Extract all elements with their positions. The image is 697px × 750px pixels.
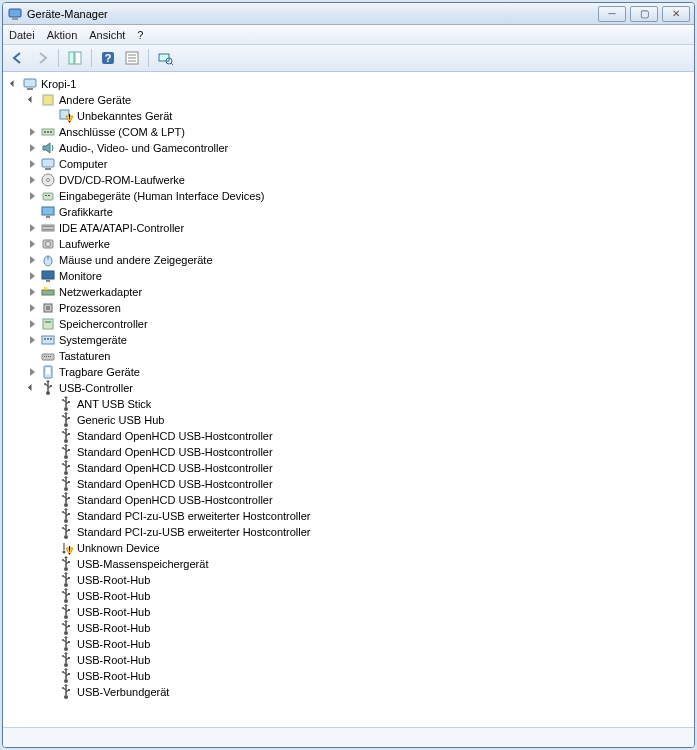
tree-node[interactable]: Generic USB Hub [5,412,692,428]
tree-node[interactable]: Grafikkarte [5,204,692,220]
expand-arrow-icon[interactable] [27,319,38,330]
tree-node[interactable]: USB-Root-Hub [5,652,692,668]
tree-node[interactable]: Unknown Device [5,540,692,556]
tree-spacer [45,639,56,650]
tree-node[interactable]: Standard PCI-zu-USB erweiterter Hostcont… [5,524,692,540]
tree-node-label: Standard OpenHCD USB-Hostcontroller [77,478,273,490]
device-tree[interactable]: Kropi-1Andere GeräteUnbekanntes GerätAns… [3,72,694,727]
expand-arrow-icon[interactable] [27,191,38,202]
tree-node[interactable]: Tastaturen [5,348,692,364]
expand-arrow-icon[interactable] [27,223,38,234]
usb-icon [58,652,74,668]
expand-arrow-icon[interactable] [27,271,38,282]
disk-icon [40,236,56,252]
tree-node[interactable]: Standard OpenHCD USB-Hostcontroller [5,428,692,444]
tree-node[interactable]: USB-Massenspeichergerät [5,556,692,572]
tree-node[interactable]: Kropi-1 [5,76,692,92]
usb-icon [58,556,74,572]
svg-rect-3 [75,52,81,64]
device-manager-window: Geräte-Manager ─ ▢ ✕ Datei Aktion Ansich… [2,2,695,748]
tree-node[interactable]: Standard OpenHCD USB-Hostcontroller [5,444,692,460]
tree-node[interactable]: USB-Root-Hub [5,572,692,588]
tree-node[interactable]: DVD/CD-ROM-Laufwerke [5,172,692,188]
audio-icon [40,140,56,156]
maximize-button[interactable]: ▢ [630,6,658,22]
menu-view[interactable]: Ansicht [89,29,125,41]
forward-button[interactable] [31,47,53,69]
tree-node-label: USB-Root-Hub [77,638,150,650]
tree-node[interactable]: Laufwerke [5,236,692,252]
cpu-icon [40,300,56,316]
tree-node[interactable]: Systemgeräte [5,332,692,348]
tree-node[interactable]: Andere Geräte [5,92,692,108]
properties-button[interactable] [121,47,143,69]
expand-arrow-icon[interactable] [27,383,38,394]
tree-node[interactable]: Unbekanntes Gerät [5,108,692,124]
scan-hardware-button[interactable] [154,47,176,69]
tree-node[interactable]: USB-Root-Hub [5,636,692,652]
expand-arrow-icon[interactable] [27,367,38,378]
expand-arrow-icon[interactable] [27,255,38,266]
expand-arrow-icon[interactable] [27,335,38,346]
close-button[interactable]: ✕ [662,6,690,22]
titlebar[interactable]: Geräte-Manager ─ ▢ ✕ [3,3,694,25]
tree-node[interactable]: Computer [5,156,692,172]
menu-file[interactable]: Datei [9,29,35,41]
expand-arrow-icon[interactable] [27,239,38,250]
usbwarn-icon [58,540,74,556]
usb-icon [58,668,74,684]
tree-node[interactable]: Speichercontroller [5,316,692,332]
tree-node[interactable]: Prozessoren [5,300,692,316]
minimize-button[interactable]: ─ [598,6,626,22]
expand-arrow-icon[interactable] [9,79,20,90]
menu-action[interactable]: Aktion [47,29,78,41]
expand-arrow-icon[interactable] [27,175,38,186]
tree-node[interactable]: ANT USB Stick [5,396,692,412]
tree-node[interactable]: Standard OpenHCD USB-Hostcontroller [5,476,692,492]
tree-node[interactable]: Standard OpenHCD USB-Hostcontroller [5,460,692,476]
tree-node[interactable]: USB-Root-Hub [5,620,692,636]
tree-node-label: USB-Massenspeichergerät [77,558,208,570]
expand-arrow-icon[interactable] [27,95,38,106]
menu-help[interactable]: ? [137,29,143,41]
tree-spacer [45,495,56,506]
help-button[interactable]: ? [97,47,119,69]
tree-node[interactable]: Mäuse und andere Zeigegeräte [5,252,692,268]
menubar: Datei Aktion Ansicht ? [3,25,694,45]
show-hide-tree-button[interactable] [64,47,86,69]
tree-node-label: Mäuse und andere Zeigegeräte [59,254,213,266]
tree-node[interactable]: Standard OpenHCD USB-Hostcontroller [5,492,692,508]
tree-spacer [45,575,56,586]
expand-arrow-icon[interactable] [27,143,38,154]
tree-node[interactable]: USB-Verbundgerät [5,684,692,700]
tree-node[interactable]: USB-Root-Hub [5,668,692,684]
tree-node-label: Audio-, Video- und Gamecontroller [59,142,228,154]
tree-node[interactable]: USB-Root-Hub [5,588,692,604]
tree-node[interactable]: Tragbare Geräte [5,364,692,380]
kbd-icon [40,348,56,364]
expand-arrow-icon[interactable] [27,287,38,298]
tree-node-label: Tragbare Geräte [59,366,140,378]
usb-icon [58,636,74,652]
tree-node-label: ANT USB Stick [77,398,151,410]
expand-arrow-icon[interactable] [27,303,38,314]
tree-node[interactable]: Netzwerkadapter [5,284,692,300]
tree-node-label: DVD/CD-ROM-Laufwerke [59,174,185,186]
tree-node[interactable]: Eingabegeräte (Human Interface Devices) [5,188,692,204]
tree-spacer [45,463,56,474]
tree-node[interactable]: USB-Root-Hub [5,604,692,620]
toolbar: ? [3,45,694,72]
tree-spacer [45,543,56,554]
tree-node[interactable]: IDE ATA/ATAPI-Controller [5,220,692,236]
tree-node-label: USB-Root-Hub [77,622,150,634]
tree-node[interactable]: Monitore [5,268,692,284]
tree-node[interactable]: USB-Controller [5,380,692,396]
expand-arrow-icon[interactable] [27,127,38,138]
hid-icon [40,188,56,204]
tree-node-label: Tastaturen [59,350,110,362]
expand-arrow-icon[interactable] [27,159,38,170]
tree-node[interactable]: Standard PCI-zu-USB erweiterter Hostcont… [5,508,692,524]
tree-node[interactable]: Audio-, Video- und Gamecontroller [5,140,692,156]
back-button[interactable] [7,47,29,69]
tree-node[interactable]: Anschlüsse (COM & LPT) [5,124,692,140]
